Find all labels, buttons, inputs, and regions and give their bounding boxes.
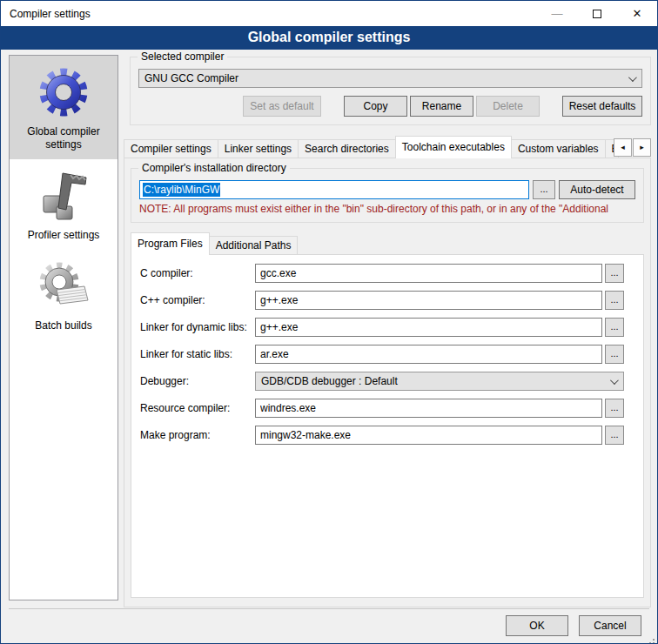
compiler-select[interactable]: GNU GCC Compiler (138, 69, 642, 88)
tab-additional-paths[interactable]: Additional Paths (209, 236, 299, 255)
arrow-left-icon: ◂ (621, 143, 625, 151)
tab-scroll-buttons: ◂ ▸ (614, 138, 651, 157)
maximize-button[interactable] (577, 1, 617, 26)
resource-compiler-browse-button[interactable]: ... (605, 399, 624, 418)
compiler-settings-window: { "window": { "title": "Compiler setting… (0, 0, 658, 644)
c-compiler-input[interactable] (255, 264, 602, 283)
cpp-compiler-browse-button[interactable]: ... (605, 291, 624, 310)
debugger-select[interactable]: GDB/CDB debugger : Default (255, 372, 624, 391)
cpp-compiler-input[interactable] (255, 291, 602, 310)
debugger-select-value: GDB/CDB debugger : Default (261, 375, 610, 387)
field-row-debugger: Debugger: GDB/CDB debugger : Default (140, 372, 624, 391)
reset-defaults-button[interactable]: Reset defaults (562, 96, 642, 117)
make-program-browse-button[interactable]: ... (605, 426, 624, 445)
program-files-tabstrip: Program Files Additional Paths (131, 233, 644, 255)
chevron-down-icon (610, 376, 619, 385)
program-files-page: C compiler: ... C++ compiler: ... Linker… (131, 254, 644, 598)
sidebar-item-label: Profiler settings (12, 229, 115, 242)
sidebar-item-label: Batch builds (12, 319, 115, 332)
field-row-make-program: Make program: ... (140, 426, 624, 445)
field-row-c-compiler: C compiler: ... (140, 264, 624, 283)
sidebar-item-batch-builds[interactable]: Batch builds (10, 250, 118, 340)
group-legend: Selected compiler (138, 50, 227, 63)
tab-linker-settings[interactable]: Linker settings (218, 139, 299, 158)
maximize-icon (593, 10, 601, 18)
tab-compiler-settings[interactable]: Compiler settings (124, 139, 218, 158)
gear-stack-icon (36, 258, 91, 314)
install-dir-input[interactable]: C:\raylib\MinGW (139, 180, 529, 199)
tab-program-files[interactable]: Program Files (131, 232, 210, 255)
caliper-icon (36, 168, 91, 224)
tab-scroll-left-button[interactable]: ◂ (614, 138, 632, 157)
rename-button[interactable]: Rename (410, 96, 473, 117)
minimize-icon: — (552, 7, 563, 20)
chevron-down-icon (628, 73, 637, 82)
footer-divider (9, 608, 649, 609)
minimize-button[interactable]: — (537, 1, 577, 26)
tab-scroll-right-button[interactable]: ▸ (633, 138, 651, 157)
compiler-actions: Set as default Copy Rename Delete Reset … (138, 96, 642, 117)
ok-button[interactable]: OK (506, 615, 568, 636)
resource-compiler-input[interactable] (255, 399, 602, 418)
field-label: C++ compiler: (140, 294, 255, 306)
field-label: Resource compiler: (140, 402, 255, 414)
window-title: Compiler settings (1, 8, 537, 20)
tab-search-directories[interactable]: Search directories (298, 139, 396, 158)
main-area: Global compiler settings Profiler settin… (1, 50, 657, 607)
tab-custom-variables[interactable]: Custom variables (511, 139, 606, 158)
sidebar-item-profiler-settings[interactable]: Profiler settings (10, 159, 118, 250)
field-row-resource-compiler: Resource compiler: ... (140, 399, 624, 418)
field-label: C compiler: (140, 267, 255, 279)
installation-directory-row: C:\raylib\MinGW ... Auto-detect (139, 180, 635, 199)
compiler-select-value: GNU GCC Compiler (144, 72, 628, 84)
group-legend: Compiler's installation directory (138, 162, 290, 174)
resize-grip-icon[interactable] (653, 639, 655, 641)
field-row-linker-static: Linker for static libs: ... (140, 345, 624, 364)
field-label: Make program: (140, 429, 255, 441)
set-as-default-button[interactable]: Set as default (243, 96, 321, 117)
c-compiler-browse-button[interactable]: ... (605, 264, 624, 283)
field-label: Debugger: (140, 375, 255, 387)
footer: OK Cancel (506, 615, 641, 636)
field-row-linker-dynamic: Linker for dynamic libs: ... (140, 318, 624, 337)
sidebar-item-global-compiler-settings[interactable]: Global compiler settings (10, 56, 118, 159)
close-button[interactable]: ✕ (617, 1, 657, 26)
settings-sidebar: Global compiler settings Profiler settin… (9, 55, 118, 600)
selected-compiler-group: Selected compiler GNU GCC Compiler Set a… (130, 57, 651, 125)
delete-button[interactable]: Delete (476, 96, 540, 117)
install-dir-selected-text: C:\raylib\MinGW (143, 183, 220, 197)
field-label: Linker for dynamic libs: (140, 321, 255, 333)
cancel-button[interactable]: Cancel (579, 615, 641, 636)
toolchain-executables-page: Compiler's installation directory C:\ray… (124, 158, 651, 607)
sidebar-item-label: Global compiler settings (12, 125, 115, 151)
linker-dynamic-input[interactable] (255, 318, 602, 337)
blue-gear-icon (36, 64, 91, 120)
titlebar: Compiler settings — ✕ (1, 1, 657, 26)
settings-tabstrip: Compiler settings Linker settings Search… (124, 136, 651, 158)
tab-toolchain-executables[interactable]: Toolchain executables (395, 136, 512, 158)
field-row-cpp-compiler: C++ compiler: ... (140, 291, 624, 310)
close-icon: ✕ (633, 7, 642, 20)
linker-static-browse-button[interactable]: ... (605, 345, 624, 364)
copy-button[interactable]: Copy (344, 96, 407, 117)
linker-dynamic-browse-button[interactable]: ... (605, 318, 624, 337)
bin-subdirectory-note: NOTE: All programs must exist either in … (139, 203, 635, 215)
installation-directory-group: Compiler's installation directory C:\ray… (131, 168, 644, 223)
arrow-right-icon: ▸ (640, 143, 644, 151)
linker-static-input[interactable] (255, 345, 602, 364)
install-dir-browse-button[interactable]: ... (533, 180, 555, 199)
auto-detect-button[interactable]: Auto-detect (559, 180, 635, 199)
field-label: Linker for static libs: (140, 348, 255, 360)
content-panel: Selected compiler GNU GCC Compiler Set a… (124, 55, 651, 607)
page-title: Global compiler settings (1, 26, 657, 50)
make-program-input[interactable] (255, 426, 602, 445)
